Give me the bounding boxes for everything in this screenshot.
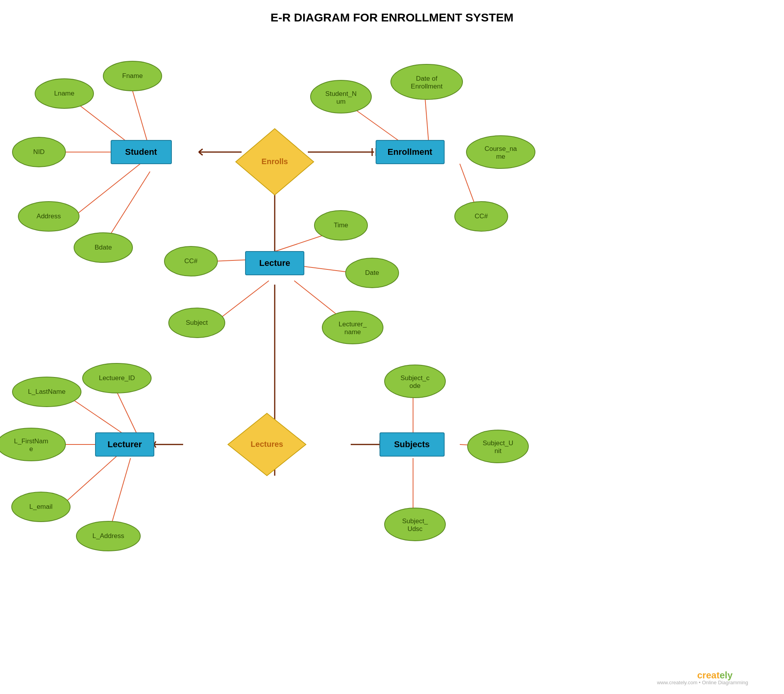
- attr-l-email-label: L_email: [29, 503, 53, 510]
- attr-date-enrollment-label: Date of: [416, 75, 438, 82]
- line-student-address: [74, 164, 140, 216]
- attr-subject-unit-label: Subject_U: [483, 439, 513, 447]
- relationship-enrolls-label: Enrolls: [261, 157, 288, 166]
- attr-lecturer-name-label2: name: [344, 328, 361, 336]
- attr-lname-label: Lname: [54, 90, 74, 97]
- entity-lecturer-label: Lecturer: [108, 439, 142, 449]
- entity-lecture-label: Lecture: [259, 258, 290, 268]
- attr-bdate-label: Bdate: [95, 244, 112, 251]
- attr-date-lecture-label: Date: [365, 269, 379, 276]
- entity-enrollment-label: Enrollment: [388, 147, 433, 157]
- attr-l-firstname-label2: e: [29, 445, 33, 453]
- watermark-text: www.creately.com • Online Diagramming: [657, 680, 748, 685]
- attr-nid-label: NID: [33, 148, 44, 156]
- attr-time-label: Time: [334, 221, 348, 229]
- attr-l-address-label: L_Address: [92, 532, 124, 540]
- diagram-title: E-R DIAGRAM FOR ENROLLMENT SYSTEM: [270, 11, 513, 24]
- attr-fname-label: Fname: [122, 72, 143, 80]
- line-lecture-subject: [218, 281, 269, 320]
- attr-subject-code-label: Subject_c: [401, 374, 430, 382]
- attr-date-enrollment-label2: Enrollment: [411, 83, 443, 90]
- entity-student-label: Student: [125, 147, 157, 157]
- attr-subject-code-label2: ode: [410, 382, 420, 389]
- attr-l-firstname-label: L_FirstNam: [14, 437, 48, 445]
- attr-student-num-label: Student_N: [325, 90, 357, 97]
- attr-lectuere-id-label: Lectuere_ID: [99, 374, 135, 382]
- attr-subject-udsc-label2: Udsc: [408, 525, 423, 533]
- attr-subject-udsc-label: Subject_: [402, 517, 428, 525]
- attr-l-lastname-label: L_LastName: [28, 388, 65, 395]
- attr-address-label: Address: [37, 212, 61, 220]
- line-lecturer-email: [62, 454, 119, 505]
- attr-subject-label: Subject: [186, 319, 208, 326]
- relationship-lectures-label: Lectures: [251, 440, 283, 448]
- attr-course-name-label: Course_na: [484, 145, 517, 152]
- attr-student-num-label2: um: [336, 98, 346, 105]
- attr-course-name-label2: me: [496, 153, 505, 160]
- attr-subject-unit-label2: nit: [494, 447, 501, 455]
- line-enrollment-dateofenrollment: [425, 94, 429, 142]
- attr-cc-enrollment-label: CC#: [475, 212, 488, 220]
- entity-subjects-label: Subjects: [394, 439, 430, 449]
- attr-cc-lecture-label: CC#: [184, 257, 198, 265]
- line-lecturer-id: [115, 388, 136, 433]
- brand-creately: creately: [697, 670, 733, 680]
- attr-lecturer-name-label: Lecturer_: [339, 320, 367, 328]
- line-student-fname: [131, 84, 148, 144]
